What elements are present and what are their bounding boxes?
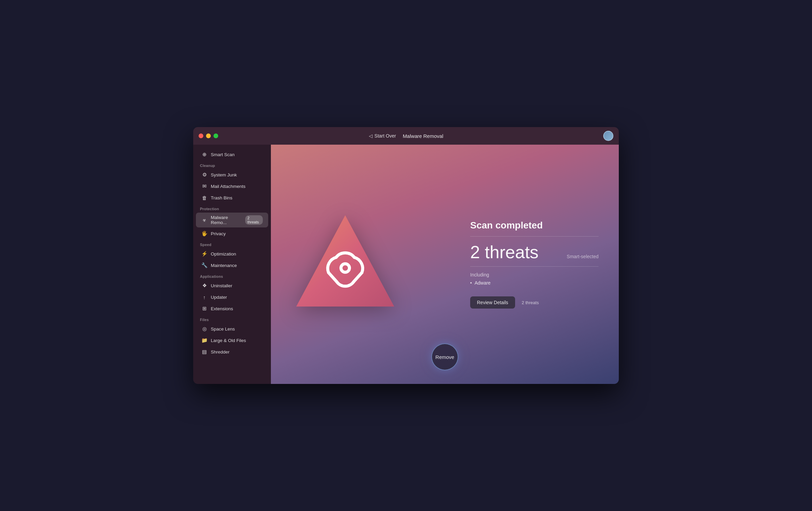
- sidebar-item-optimization[interactable]: ⚡ Optimization: [196, 248, 268, 259]
- malware-removal-label: Malware Remo...: [211, 215, 242, 225]
- optimization-label: Optimization: [211, 251, 236, 257]
- main-content: Scan completed 2 threats Smart-selected …: [271, 145, 619, 384]
- mail-icon: ✉: [201, 183, 207, 189]
- sidebar-item-maintenance[interactable]: 🔧 Maintenance: [196, 260, 268, 271]
- including-label: Including: [470, 272, 599, 277]
- maintenance-label: Maintenance: [211, 263, 237, 268]
- extensions-icon: ⊞: [201, 306, 207, 312]
- title-bar-center: ◁ Start Over Malware Removal: [369, 133, 443, 139]
- divider-2: [470, 266, 599, 267]
- trash-bins-label: Trash Bins: [211, 195, 232, 200]
- action-row: Review Details 2 threats: [470, 296, 599, 309]
- start-over-button[interactable]: ◁ Start Over: [369, 133, 396, 139]
- space-lens-icon: ◎: [201, 326, 207, 332]
- section-speed: Speed: [193, 239, 271, 248]
- trash-icon: 🗑: [201, 195, 207, 201]
- large-files-icon: 📁: [201, 337, 207, 343]
- malware-badge: 2 threats: [245, 215, 263, 225]
- section-protection: Protection: [193, 203, 271, 212]
- uninstaller-label: Uninstaller: [211, 283, 232, 288]
- shredder-label: Shredder: [211, 349, 230, 355]
- large-old-files-label: Large & Old Files: [211, 338, 246, 343]
- divider-1: [470, 236, 599, 237]
- content-area: Scan completed 2 threats Smart-selected …: [271, 207, 619, 322]
- sidebar-item-smart-scan[interactable]: ⊕ Smart Scan: [196, 149, 268, 160]
- biohazard-container: [291, 207, 399, 322]
- smart-selected-label: Smart-selected: [567, 254, 599, 259]
- sidebar-item-updater[interactable]: ↑ Updater: [196, 292, 268, 302]
- scan-completed-title: Scan completed: [470, 220, 599, 231]
- adware-item: • Adware: [470, 280, 599, 286]
- sidebar-item-privacy[interactable]: 🖐 Privacy: [196, 228, 268, 239]
- traffic-lights: [199, 133, 218, 138]
- section-cleanup: Cleanup: [193, 160, 271, 169]
- scan-results: Scan completed 2 threats Smart-selected …: [470, 213, 599, 315]
- malware-icon: ☣: [201, 217, 207, 223]
- chevron-left-icon: ◁: [369, 133, 373, 139]
- sidebar-item-system-junk[interactable]: ⚙ System Junk: [196, 169, 268, 180]
- avatar[interactable]: [603, 131, 613, 141]
- sidebar-item-space-lens[interactable]: ◎ Space Lens: [196, 323, 268, 334]
- sidebar-item-trash-bins[interactable]: 🗑 Trash Bins: [196, 192, 268, 203]
- app-window: ◁ Start Over Malware Removal ⊕ Smart Sca…: [193, 127, 619, 384]
- biohazard-icon: [295, 212, 396, 317]
- smart-scan-label: Smart Scan: [211, 152, 235, 157]
- threats-small-label: 2 threats: [522, 300, 539, 305]
- system-junk-label: System Junk: [211, 172, 237, 177]
- minimize-button[interactable]: [206, 133, 211, 138]
- sidebar: ⊕ Smart Scan Cleanup ⚙ System Junk ✉ Mai…: [193, 145, 271, 384]
- section-applications: Applications: [193, 271, 271, 280]
- shredder-icon: ▤: [201, 349, 207, 355]
- close-button[interactable]: [199, 133, 203, 138]
- sidebar-item-large-old-files[interactable]: 📁 Large & Old Files: [196, 335, 268, 346]
- privacy-icon: 🖐: [201, 230, 207, 237]
- window-title: Malware Removal: [403, 133, 443, 139]
- sidebar-item-malware-removal[interactable]: ☣ Malware Remo... 2 threats: [196, 213, 268, 227]
- updater-label: Updater: [211, 295, 227, 300]
- sidebar-item-shredder[interactable]: ▤ Shredder: [196, 346, 268, 357]
- app-body: ⊕ Smart Scan Cleanup ⚙ System Junk ✉ Mai…: [193, 145, 619, 384]
- adware-label: Adware: [475, 280, 490, 286]
- uninstaller-icon: ❖: [201, 283, 207, 289]
- bullet-icon: •: [470, 280, 472, 286]
- sidebar-item-mail-attachments[interactable]: ✉ Mail Attachments: [196, 181, 268, 192]
- maximize-button[interactable]: [213, 133, 218, 138]
- updater-icon: ↑: [201, 294, 207, 300]
- section-files: Files: [193, 314, 271, 323]
- sidebar-item-extensions[interactable]: ⊞ Extensions: [196, 303, 268, 314]
- privacy-label: Privacy: [211, 231, 226, 236]
- extensions-label: Extensions: [211, 306, 233, 311]
- review-details-button[interactable]: Review Details: [470, 296, 515, 309]
- start-over-label: Start Over: [375, 133, 396, 139]
- sidebar-item-uninstaller[interactable]: ❖ Uninstaller: [196, 280, 268, 291]
- remove-button[interactable]: Remove: [431, 343, 458, 370]
- optimization-icon: ⚡: [201, 251, 207, 257]
- system-junk-icon: ⚙: [201, 172, 207, 178]
- title-bar-right: [603, 131, 613, 141]
- threats-count: 2 threats: [470, 243, 538, 261]
- title-bar: ◁ Start Over Malware Removal: [193, 127, 619, 145]
- remove-button-container: Remove: [431, 343, 458, 370]
- maintenance-icon: 🔧: [201, 262, 207, 268]
- smart-scan-icon: ⊕: [201, 151, 207, 157]
- space-lens-label: Space Lens: [211, 326, 235, 332]
- threats-row: 2 threats Smart-selected: [470, 243, 599, 261]
- mail-attachments-label: Mail Attachments: [211, 184, 246, 189]
